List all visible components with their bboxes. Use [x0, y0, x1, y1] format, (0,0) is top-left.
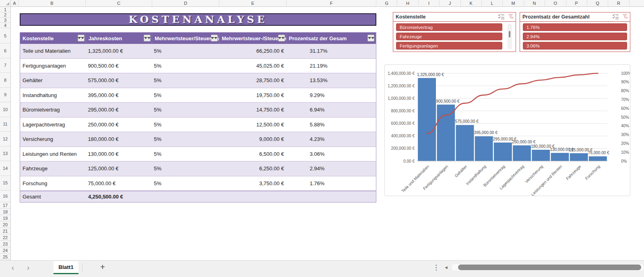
table-cell[interactable]: 12,500.00 €	[219, 118, 287, 132]
column-header-M[interactable]: M	[503, 0, 524, 6]
table-cell[interactable]: 45,025.00 €	[219, 59, 287, 73]
slicer-item-button[interactable]: 3.06%	[523, 42, 627, 50]
multi-select-icon[interactable]	[612, 14, 619, 19]
row-header-18[interactable]: 18	[0, 209, 11, 215]
slicer-item-button[interactable]: Fahrzeuge	[396, 33, 502, 40]
table-cell[interactable]: Forschung	[20, 176, 86, 191]
table-cell[interactable]: 5%	[152, 59, 219, 73]
table-cell[interactable]: 900,500.00 €	[86, 59, 153, 73]
row-header-14[interactable]: 14	[0, 161, 11, 176]
pareto-chart[interactable]: 1,400,000.00 €1,200,000.00 €1,000,000.00…	[384, 64, 630, 196]
table-row[interactable]: Fertigungsanlagen900,500.00 €5%45,025.00…	[20, 59, 376, 74]
column-header-E[interactable]: E	[219, 0, 287, 6]
table-cell[interactable]: Fahrzeuge	[20, 161, 86, 176]
row-header-11[interactable]: 11	[0, 117, 11, 132]
clear-filter-icon[interactable]	[622, 14, 628, 19]
filter-dropdown-button[interactable]	[144, 35, 151, 41]
table-cell[interactable]: 5.88%	[286, 118, 376, 132]
row-header-8[interactable]: 8	[0, 73, 11, 88]
row-header-25[interactable]: 25	[0, 254, 11, 260]
column-header-L[interactable]: L	[482, 0, 503, 6]
table-cell[interactable]: 28,750.00 €	[219, 73, 287, 88]
table-cell[interactable]: 9,000.00 €	[219, 132, 287, 147]
select-all-corner[interactable]	[0, 0, 11, 7]
row-header-24[interactable]: 24	[0, 247, 11, 254]
row-header-22[interactable]: 22	[0, 234, 11, 241]
table-cell[interactable]: 4.23%	[286, 132, 376, 147]
row-header-5[interactable]: 5	[0, 28, 11, 43]
table-cell[interactable]: 5%	[152, 147, 219, 161]
column-header-I[interactable]: I	[419, 0, 440, 6]
row-header-3[interactable]: 3	[0, 18, 11, 23]
table-cell[interactable]: 6,500.00 €	[219, 147, 287, 161]
slicer-scrollbar-thumb[interactable]	[509, 31, 510, 37]
row-header-2[interactable]: 2	[0, 12, 11, 18]
table-cell[interactable]: 75,000.00 €	[86, 176, 153, 191]
table-cell[interactable]: 3.06%	[286, 147, 376, 161]
column-header-N[interactable]: N	[524, 0, 545, 6]
horizontal-scrollbar[interactable]	[452, 264, 644, 271]
table-row[interactable]: Büromietvertrag295,000.00 €5%14,750.00 €…	[20, 103, 376, 118]
table-cell[interactable]: 5%	[152, 103, 219, 117]
table-row[interactable]: Teile und Materialien1,325,000.00 €5%66,…	[20, 44, 376, 59]
table-cell[interactable]: Teile und Materialien	[20, 44, 86, 58]
table-cell[interactable]: Gehälter	[20, 73, 86, 88]
title-banner[interactable]: KOSTENANALYSE	[20, 13, 376, 26]
table-cell[interactable]: 66,250.00 €	[219, 44, 287, 58]
next-sheet-button[interactable]: ›	[23, 263, 33, 272]
filter-dropdown-button[interactable]	[278, 35, 285, 41]
column-header-H[interactable]: H	[397, 0, 418, 6]
column-header-A[interactable]: A	[11, 0, 19, 6]
tab-blatt1[interactable]: Blatt1	[54, 261, 78, 274]
column-header-D[interactable]: D	[152, 0, 219, 6]
table-cell[interactable]: 14,750.00 €	[219, 103, 287, 117]
filter-dropdown-button[interactable]	[78, 35, 85, 41]
add-sheet-button[interactable]: +	[98, 262, 107, 272]
row-header-4[interactable]: 4	[0, 23, 11, 28]
table-row[interactable]: Versicherung180,000.00 €5%9,000.00 €4.23…	[20, 132, 376, 147]
column-header-C[interactable]: C	[86, 0, 152, 6]
row-header-7[interactable]: 7	[0, 58, 11, 73]
filter-dropdown-button[interactable]	[211, 35, 218, 41]
table-row[interactable]: Gehälter575,000.00 €5%28,750.00 €13.53%	[20, 73, 376, 88]
scroll-left-arrow-icon[interactable]: ◄	[444, 265, 448, 270]
row-header-10[interactable]: 10	[0, 102, 11, 117]
table-row[interactable]: Forschung75,000.00 €5%3,750.00 €1.76%	[20, 176, 376, 191]
table-cell[interactable]: 13.53%	[286, 73, 376, 88]
row-header-9[interactable]: 9	[0, 88, 11, 103]
slicer-item-button[interactable]: Fertigungsanlagen	[396, 42, 502, 50]
table-cell[interactable]: 5%	[152, 44, 219, 58]
table-cell[interactable]: Instandhaltung	[20, 88, 86, 103]
table-cell[interactable]: 575,000.00 €	[86, 73, 153, 88]
slicer-item-button[interactable]: Büromietvertrag	[396, 23, 502, 31]
table-cell[interactable]: 1.76%	[286, 176, 376, 191]
table-cell[interactable]: 295,000.00 €	[86, 103, 153, 117]
table-total-row[interactable]: Gesamt 4,250,500.00 €	[20, 191, 376, 202]
table-cell[interactable]: 19,750.00 €	[219, 88, 287, 103]
table-cell[interactable]: 1,325,000.00 €	[86, 44, 153, 58]
row-header-16[interactable]: 16	[0, 190, 11, 202]
filter-dropdown-button[interactable]	[367, 35, 374, 41]
column-header-R[interactable]: R	[608, 0, 629, 6]
row-header-15[interactable]: 15	[0, 176, 11, 191]
column-header-Q[interactable]: Q	[587, 0, 608, 6]
column-header-G[interactable]: G	[376, 0, 397, 6]
table-cell[interactable]: 2.94%	[286, 161, 376, 176]
table-cell[interactable]: 31.17%	[286, 44, 376, 58]
row-header-1[interactable]: 1	[0, 7, 11, 12]
prev-sheet-button[interactable]: ‹	[8, 263, 18, 272]
row-header-19[interactable]: 19	[0, 215, 11, 221]
table-row[interactable]: Instandhaltung395,000.00 €5%19,750.00 €9…	[20, 88, 376, 103]
horizontal-scrollbar-thumb[interactable]	[458, 265, 641, 270]
table-cell[interactable]: 180,000.00 €	[86, 132, 153, 147]
row-header-20[interactable]: 20	[0, 221, 11, 228]
sheet-options-menu-icon[interactable]: ⋮	[433, 263, 440, 272]
table-cell[interactable]: 5%	[152, 118, 219, 132]
table-cell[interactable]: 6.94%	[286, 103, 376, 117]
table-cell[interactable]: 5%	[152, 132, 219, 147]
row-header-13[interactable]: 13	[0, 147, 11, 161]
column-header-F[interactable]: F	[287, 0, 376, 6]
table-cell[interactable]: 5%	[152, 161, 219, 176]
table-cell[interactable]: 395,000.00 €	[86, 88, 153, 103]
table-cell[interactable]: 5%	[152, 73, 219, 88]
